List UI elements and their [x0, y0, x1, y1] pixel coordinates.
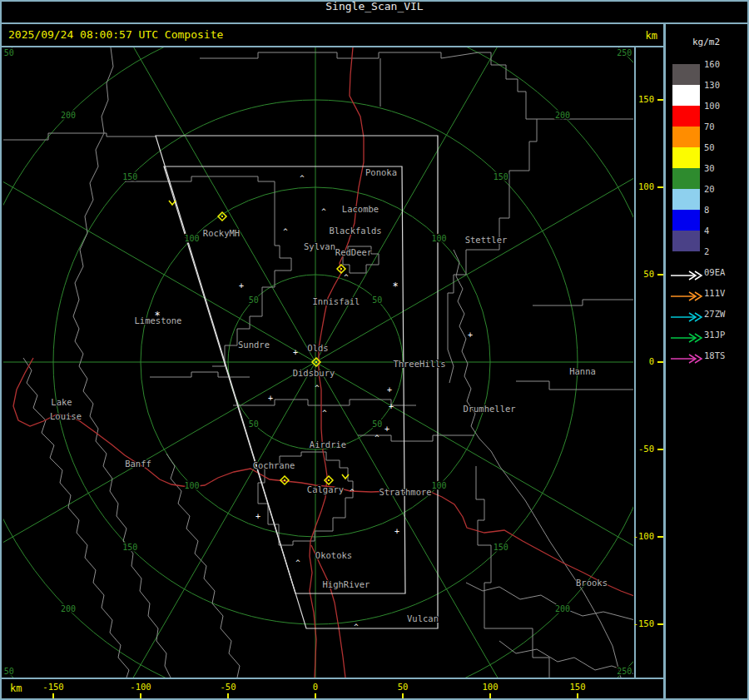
city-label: Innisfail: [313, 296, 360, 306]
y-axis-tick: [657, 186, 663, 188]
radar-arrow-icon: [670, 289, 703, 299]
x-axis-tick-label: 0: [297, 682, 334, 693]
asterisk-marker: *: [392, 280, 398, 292]
boundary-line: [73, 316, 171, 678]
x-axis-tick: [227, 693, 229, 698]
x-axis-tick: [315, 693, 316, 698]
range-ring-label: 150: [122, 543, 137, 552]
window-title: Single_Scan_VIL: [0, 0, 749, 12]
radar-arrow-icon: [670, 330, 703, 340]
range-ring-label: 150: [494, 172, 508, 181]
colorbar-threshold-label: 130: [704, 80, 741, 91]
radar-id-label: 27ZW: [704, 309, 746, 320]
colorbar-block: [672, 127, 700, 147]
scan-timestamp: 2025/09/24 08:00:57 UTC Composite: [8, 28, 223, 41]
radar-id-label: 18TS: [704, 350, 746, 361]
y-axis-unit-label: km: [623, 30, 657, 42]
city-label: Sylvan: [304, 241, 335, 251]
plus-marker: +: [394, 527, 399, 536]
range-ring-label: 50: [372, 295, 382, 305]
range-ring-label: 100: [431, 481, 446, 490]
boundary-line: [516, 381, 633, 390]
city-label: Sundre: [238, 340, 270, 350]
plus-marker: +: [255, 512, 260, 521]
range-ring-label: 150: [122, 172, 137, 181]
radar-map-canvas[interactable]: 5050505010010010010015015015015020020020…: [3, 47, 633, 678]
city-label: Vulcan: [407, 613, 439, 623]
caret-marker: ^: [354, 623, 359, 631]
city-label: Okotoks: [315, 550, 352, 560]
city-label: Strathmore: [379, 487, 431, 497]
y-axis-tick: [657, 361, 663, 363]
city-label: RedDeer: [335, 247, 372, 257]
caret-marker: ^: [295, 559, 300, 567]
boundary-line: [476, 466, 549, 678]
x-axis-tick-label: 100: [472, 682, 508, 693]
radar-site-dot: [284, 479, 285, 481]
y-axis-tick-label: 50: [626, 269, 654, 280]
radar-arrow-icon: [670, 351, 703, 361]
plus-marker: +: [239, 281, 244, 290]
city-label: Drumheller: [463, 404, 515, 414]
colorbar-threshold-label: 100: [704, 101, 741, 112]
caret-marker: ^: [344, 273, 349, 281]
asterisk-marker: *: [154, 310, 160, 321]
caret-marker: ^: [321, 207, 326, 216]
panel-left-border: [663, 22, 666, 700]
radar-arrow-icon: [670, 268, 703, 278]
caret-marker: ^: [283, 227, 288, 236]
boundary-line: [200, 52, 537, 383]
x-axis-tick: [489, 693, 491, 698]
colorbar-unit-label: kg/m2: [666, 37, 747, 47]
boundary-line: [166, 454, 240, 678]
colorbar-threshold-label: 4: [704, 226, 741, 236]
range-ring-label: 250: [617, 48, 632, 57]
colorbar-block: [672, 147, 700, 168]
colorbar-block: [672, 85, 700, 106]
y-axis-tick-label: -100: [626, 531, 654, 542]
x-axis-tick: [577, 693, 578, 698]
y-axis-tick: [657, 274, 663, 276]
boundary-line: [3, 133, 156, 140]
range-ring-label: 200: [61, 111, 76, 120]
colorbar-threshold-label: 8: [704, 205, 741, 216]
range-ring-label: 100: [184, 481, 199, 490]
radar-coverage-outline: [156, 136, 438, 628]
colorbar-block: [672, 64, 700, 85]
colorbar-block: [672, 168, 700, 189]
radar-arrow-icon: [670, 310, 703, 320]
boundary-line: [73, 47, 113, 316]
y-axis-tick: [657, 449, 663, 450]
y-axis-tick-label: -150: [626, 618, 654, 629]
city-label: Banff: [125, 459, 151, 469]
city-label: RockyMH: [203, 228, 240, 238]
x-axis-tick-label: 150: [559, 682, 596, 693]
radar-site-dot: [315, 361, 317, 363]
radar-site-dot: [221, 216, 223, 217]
range-ring-label: 250: [3, 667, 14, 676]
range-ring-label: 50: [249, 420, 259, 429]
y-axis-tick-label: 100: [626, 181, 654, 192]
highway-line: [13, 358, 633, 596]
radar-id-label: 09EA: [704, 267, 746, 278]
x-axis-tick: [52, 693, 54, 698]
city-label: Lake: [51, 397, 72, 407]
colorbar-threshold-label: 20: [704, 184, 741, 195]
caret-marker: ^: [300, 174, 305, 182]
titlebar-divider: [0, 22, 749, 24]
colorbar-threshold-label: 160: [704, 59, 741, 70]
colorbar-threshold-label: 2: [704, 246, 741, 257]
city-label: Cochrane: [253, 460, 295, 470]
colorbar-block: [672, 189, 700, 210]
plus-marker: +: [384, 424, 389, 434]
city-label: Louise: [50, 411, 82, 421]
city-label: Hanna: [569, 366, 596, 376]
city-label: ThreeHills: [393, 359, 445, 369]
radar-id-label: 111V: [704, 288, 746, 299]
colorbar-block: [672, 210, 700, 231]
plus-marker: +: [468, 330, 473, 340]
colorbar-threshold-label: 50: [704, 142, 741, 153]
city-label: Ponoka: [365, 167, 397, 177]
range-ring-label: 50: [249, 295, 259, 305]
range-ring-label: 200: [61, 604, 76, 613]
